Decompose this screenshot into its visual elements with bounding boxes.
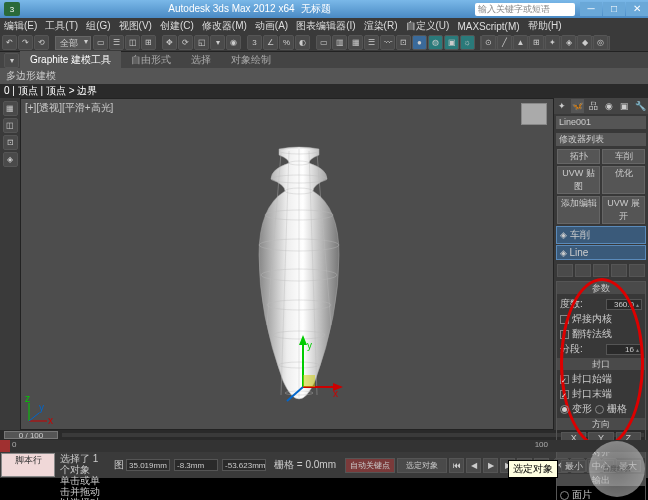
modbtn-optimize[interactable]: 优化	[602, 166, 645, 194]
render-setup-icon[interactable]: ◍	[428, 35, 443, 50]
rotate-icon[interactable]: ⟳	[178, 35, 193, 50]
lt-icon-4[interactable]: ◈	[3, 152, 18, 167]
object-name-input[interactable]: Line001	[556, 116, 646, 129]
stack-item-lathe[interactable]: ◈ 车削	[556, 226, 646, 244]
menu-graph[interactable]: 图表编辑器(I)	[296, 19, 355, 33]
tab-hierarchy-icon[interactable]: 品	[585, 98, 601, 114]
move-icon[interactable]: ✥	[162, 35, 177, 50]
lt-icon-3[interactable]: ⊡	[3, 135, 18, 150]
segments-spinner[interactable]: 16	[606, 344, 642, 355]
viewport-label[interactable]: [+][透视][平滑+高光]	[25, 101, 113, 115]
snap-pv-icon[interactable]: ✦	[545, 35, 560, 50]
tab-paint[interactable]: 对象绘制	[221, 51, 281, 69]
material-editor-icon[interactable]: ●	[412, 35, 427, 50]
snap-toggle-icon[interactable]: 3	[247, 35, 262, 50]
angle-snap-icon[interactable]: ∠	[263, 35, 278, 50]
viewcube[interactable]	[521, 103, 547, 125]
tab-motion-icon[interactable]: ◉	[601, 98, 617, 114]
menu-views[interactable]: 视图(V)	[119, 19, 152, 33]
render-icon[interactable]: ☼	[460, 35, 475, 50]
time-slider[interactable]: 0 / 100	[0, 430, 648, 440]
menu-customize[interactable]: 自定义(U)	[406, 19, 450, 33]
curve-editor-icon[interactable]: 〰	[380, 35, 395, 50]
refcoord-icon[interactable]: ▾	[210, 35, 225, 50]
menu-modifiers[interactable]: 修改器(M)	[202, 19, 247, 33]
stack-item-line[interactable]: ◈ Line	[556, 245, 646, 260]
layers-icon[interactable]: ☰	[364, 35, 379, 50]
modifier-list-dropdown[interactable]: 修改器列表	[556, 133, 646, 146]
help-search-input[interactable]: 输入关键字或短语	[475, 3, 575, 16]
menu-animation[interactable]: 动画(A)	[255, 19, 288, 33]
align-icon[interactable]: ▦	[348, 35, 363, 50]
align-min-button[interactable]: 最小	[561, 460, 586, 472]
selection-filter-dropdown[interactable]: 全部	[55, 36, 91, 50]
tab-display-icon[interactable]: ▣	[617, 98, 633, 114]
coord-x-input[interactable]: 35.019mm	[126, 459, 170, 471]
render-frame-icon[interactable]: ▣	[444, 35, 459, 50]
close-button[interactable]: ✕	[626, 2, 648, 16]
cap-end-checkbox[interactable]	[560, 390, 569, 399]
mirror-icon[interactable]: ▥	[332, 35, 347, 50]
weld-core-checkbox[interactable]	[560, 315, 569, 324]
tab-graphite[interactable]: Graphite 建模工具	[20, 51, 121, 69]
maximize-button[interactable]: □	[603, 2, 625, 16]
snap-ep-icon[interactable]: ◆	[577, 35, 592, 50]
grid-radio[interactable]	[595, 405, 604, 414]
redo-icon[interactable]: ↷	[18, 35, 33, 50]
time-slider-handle[interactable]: 0 / 100	[4, 431, 58, 439]
menu-group[interactable]: 组(G)	[86, 19, 110, 33]
prev-frame-icon[interactable]: ◀	[466, 458, 481, 473]
snap-ctr-icon[interactable]: ◎	[593, 35, 608, 50]
menu-edit[interactable]: 编辑(E)	[4, 19, 37, 33]
goto-start-icon[interactable]: ⏮	[449, 458, 464, 473]
menu-tools[interactable]: 工具(T)	[45, 19, 78, 33]
modbtn-topology[interactable]: 拓扑	[557, 149, 600, 164]
maxscript-mini-listener[interactable]: 脚本行	[1, 453, 55, 477]
minimize-button[interactable]: ─	[580, 2, 602, 16]
snap-face-icon[interactable]: ▲	[513, 35, 528, 50]
named-selset-icon[interactable]: ▭	[316, 35, 331, 50]
modbtn-lathe[interactable]: 车削	[602, 149, 645, 164]
undo-icon[interactable]: ↶	[2, 35, 17, 50]
play-icon[interactable]: ▶	[483, 458, 498, 473]
tab-create-icon[interactable]: ✦	[554, 98, 570, 114]
pivot-icon[interactable]: ◉	[226, 35, 241, 50]
flip-normals-checkbox[interactable]	[560, 330, 569, 339]
tab-selection[interactable]: 选择	[181, 51, 221, 69]
lt-icon-1[interactable]: ▦	[3, 101, 18, 116]
link-icon[interactable]: ⟲	[34, 35, 49, 50]
tab-utilities-icon[interactable]: 🔧	[632, 98, 648, 114]
stack-remove-icon[interactable]	[611, 264, 627, 277]
trackbar-key[interactable]	[0, 440, 10, 452]
lt-icon-2[interactable]: ◫	[3, 118, 18, 133]
spinner-snap-icon[interactable]: ◐	[295, 35, 310, 50]
tab-freeform[interactable]: 自由形式	[121, 51, 181, 69]
viewport-perspective[interactable]: [+][透视][平滑+高光]	[20, 98, 554, 430]
app-logo[interactable]: 3	[4, 2, 20, 16]
snap-mid-icon[interactable]: ◈	[561, 35, 576, 50]
modbtn-addedit[interactable]: 添加编辑	[557, 196, 600, 224]
stack-config-icon[interactable]	[629, 264, 645, 277]
scale-icon[interactable]: ◱	[194, 35, 209, 50]
subobject-breadcrumb[interactable]: 0 | 顶点 | 顶点 > 边界	[0, 84, 648, 98]
track-bar[interactable]: 0 100	[0, 440, 648, 452]
ribbon-panel-label[interactable]: 多边形建模	[0, 68, 648, 84]
keyfilter-dropdown[interactable]: 选定对象	[397, 458, 447, 473]
modbtn-uvwmap[interactable]: UVW 贴图	[557, 166, 600, 194]
percent-snap-icon[interactable]: %	[279, 35, 294, 50]
select-region-icon[interactable]: ◫	[125, 35, 140, 50]
scene-object-vase[interactable]	[251, 145, 347, 403]
stack-show-icon[interactable]	[575, 264, 591, 277]
degrees-spinner[interactable]: 360.0	[606, 299, 642, 310]
ribbon-expand-icon[interactable]: ▾	[4, 53, 19, 68]
tab-modify-icon[interactable]: 🦋	[570, 98, 586, 114]
morph-radio[interactable]	[560, 405, 569, 414]
stack-unique-icon[interactable]	[593, 264, 609, 277]
modbtn-uvwunwrap[interactable]: UVW 展开	[602, 196, 645, 224]
menu-create[interactable]: 创建(C)	[160, 19, 194, 33]
autokey-button[interactable]: 自动关键点	[345, 458, 395, 473]
modifier-stack[interactable]: ◈ 车削 ◈ Line	[556, 226, 646, 261]
snap-grid-icon[interactable]: ⊞	[529, 35, 544, 50]
rollup-header-params[interactable]: 参数	[557, 282, 645, 294]
coord-y-input[interactable]: -8.3mm	[174, 459, 218, 471]
